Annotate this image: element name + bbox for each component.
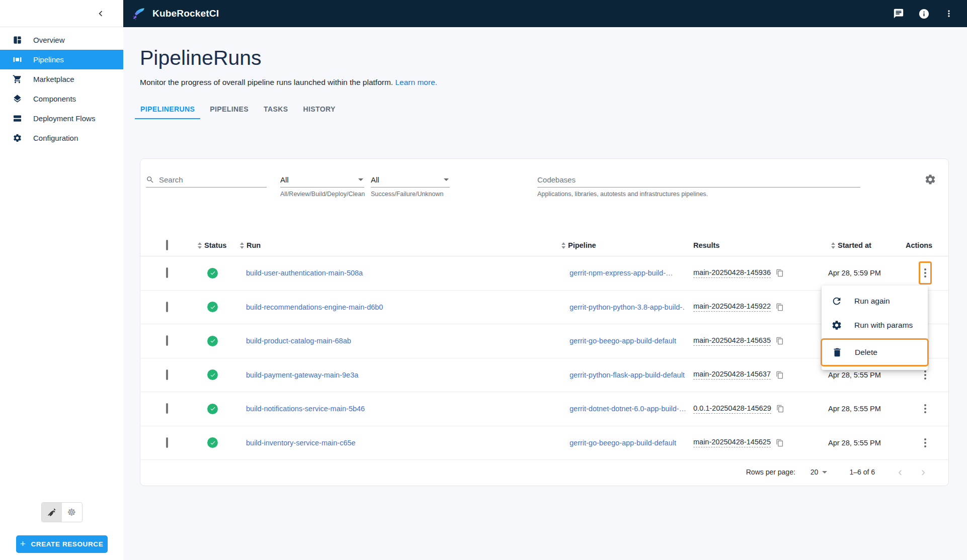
kubernetes-toggle-button[interactable]: ☸ xyxy=(62,503,82,522)
column-header-pipeline[interactable]: Pipeline xyxy=(561,241,685,249)
codebases-input[interactable] xyxy=(537,175,860,184)
next-page-icon[interactable]: › xyxy=(917,466,929,478)
run-link[interactable]: build-product-catalog-main-68ab xyxy=(246,337,351,345)
status-value: All xyxy=(371,175,444,184)
trash-icon xyxy=(832,347,843,358)
sidebar-item-overview[interactable]: Overview xyxy=(0,30,123,50)
pipeline-link[interactable]: gerrit-go-beego-app-build-default xyxy=(570,439,676,447)
pipeline-link[interactable]: gerrit-python-python-3.8-app-build-… xyxy=(570,303,685,311)
column-header-started-at[interactable]: Started at xyxy=(820,241,901,249)
status-success-icon xyxy=(207,302,218,312)
topbar-actions xyxy=(892,7,956,21)
row-checkbox[interactable] xyxy=(166,267,168,278)
info-icon[interactable] xyxy=(917,7,931,21)
chevron-down-icon xyxy=(444,178,449,181)
sidebar-item-label: Marketplace xyxy=(33,75,74,83)
create-resource-button[interactable]: + CREATE RESOURCE xyxy=(16,535,108,553)
collapse-sidebar-icon[interactable] xyxy=(95,8,106,19)
status-success-icon xyxy=(207,369,218,380)
rows-per-page-select[interactable]: 20 xyxy=(811,468,829,476)
menu-item-run-with-params[interactable]: Run with params xyxy=(822,313,928,337)
layers-icon xyxy=(12,94,22,104)
page-title: PipelineRuns xyxy=(140,46,967,70)
pipeline-link[interactable]: gerrit-npm-express-app-build-… xyxy=(570,269,673,277)
row-checkbox[interactable] xyxy=(166,437,168,448)
started-at-value: Apr 28, 5:55 PM xyxy=(820,371,901,379)
copy-icon[interactable] xyxy=(776,405,784,413)
sort-icon xyxy=(561,242,566,249)
learn-more-link[interactable]: Learn more. xyxy=(395,78,437,86)
table-row: build-notifications-service-main-5b46 ge… xyxy=(140,392,948,426)
copy-icon[interactable] xyxy=(776,439,784,447)
search-field xyxy=(146,172,267,188)
row-checkbox[interactable] xyxy=(166,335,168,346)
header-label: Run xyxy=(247,241,261,249)
sidebar-item-components[interactable]: Components xyxy=(0,89,123,109)
page-description-text: Monitor the progress of overall pipeline… xyxy=(140,78,393,86)
sidebar-item-label: Pipelines xyxy=(33,55,64,64)
sort-icon xyxy=(240,242,244,249)
copy-icon[interactable] xyxy=(776,371,784,379)
run-link[interactable]: build-recommendations-engine-main-d6b0 xyxy=(246,303,383,311)
select-all-checkbox[interactable] xyxy=(166,240,168,250)
sort-icon xyxy=(198,242,202,249)
column-header-status[interactable]: Status xyxy=(183,241,240,249)
pagination-bar: Rows per page: 20 1–6 of 6 ‹ › xyxy=(140,460,948,484)
pipeline-link[interactable]: gerrit-dotnet-dotnet-6.0-app-build-… xyxy=(570,405,685,413)
rocket-toggle-button[interactable] xyxy=(42,503,62,522)
page-description: Monitor the progress of overall pipeline… xyxy=(140,78,967,87)
tab-pipelineruns[interactable]: PIPELINERUNS xyxy=(135,102,200,119)
table-row: build-inventory-service-main-c65e gerrit… xyxy=(140,426,948,460)
sidebar-item-pipelines[interactable]: Pipelines xyxy=(0,50,123,69)
sidebar-header xyxy=(0,0,123,27)
cart-icon xyxy=(12,74,22,84)
copy-icon[interactable] xyxy=(776,303,784,311)
pipeline-type-select-control[interactable]: All xyxy=(280,172,364,188)
sidebar: Overview Pipelines Marketplace Component… xyxy=(0,0,123,560)
header-label: Pipeline xyxy=(568,241,596,249)
kebab-menu-icon[interactable] xyxy=(942,7,956,21)
header-label: Actions xyxy=(906,241,932,249)
run-link[interactable]: build-payment-gateway-main-9e3a xyxy=(246,371,358,379)
column-header-run[interactable]: Run xyxy=(240,241,561,249)
feedback-chat-icon[interactable] xyxy=(892,7,906,21)
rocket-icon xyxy=(47,507,57,517)
row-actions-kebab-icon[interactable] xyxy=(921,264,930,282)
tab-bar: PIPELINERUNS PIPELINES TASKS HISTORY xyxy=(135,102,967,119)
row-checkbox[interactable] xyxy=(166,369,168,380)
copy-icon[interactable] xyxy=(776,337,784,345)
codebases-field: Applications, libraries, autotests and i… xyxy=(537,172,860,198)
pipeline-link[interactable]: gerrit-go-beego-app-build-default xyxy=(570,337,676,345)
run-link[interactable]: build-inventory-service-main-c65e xyxy=(246,439,356,447)
status-success-icon xyxy=(207,404,218,414)
sort-icon xyxy=(831,242,835,249)
row-actions-kebab-icon[interactable] xyxy=(921,400,930,417)
sidebar-item-deployment-flows[interactable]: Deployment Flows xyxy=(0,109,123,128)
tab-tasks[interactable]: TASKS xyxy=(258,102,293,119)
tab-history[interactable]: HISTORY xyxy=(297,102,341,119)
sidebar-item-configuration[interactable]: Configuration xyxy=(0,128,123,148)
search-input[interactable] xyxy=(159,175,267,184)
menu-item-delete[interactable]: Delete xyxy=(822,340,927,365)
table-header-row: Status Run Pipeline Results xyxy=(140,235,948,256)
run-link[interactable]: build-user-authentication-main-508a xyxy=(246,269,363,277)
row-checkbox[interactable] xyxy=(166,302,168,312)
tab-pipelines[interactable]: PIPELINES xyxy=(204,102,254,119)
copy-icon[interactable] xyxy=(776,269,784,277)
sidebar-item-marketplace[interactable]: Marketplace xyxy=(0,69,123,89)
result-value: main-20250428-145637 xyxy=(693,370,771,380)
table-settings-gear-icon[interactable] xyxy=(924,173,936,188)
status-select: All Success/Failure/Unknown xyxy=(371,172,450,198)
status-select-control[interactable]: All xyxy=(371,172,450,188)
pipeline-link[interactable]: gerrit-python-flask-app-build-default xyxy=(570,371,685,379)
row-checkbox[interactable] xyxy=(166,403,168,414)
row-actions-kebab-icon[interactable] xyxy=(921,434,930,451)
previous-page-icon[interactable]: ‹ xyxy=(894,466,906,478)
codebases-helper: Applications, libraries, autotests and i… xyxy=(537,191,860,198)
run-link[interactable]: build-notifications-service-main-5b46 xyxy=(246,405,365,413)
sidebar-item-label: Overview xyxy=(33,36,65,44)
menu-item-run-again[interactable]: Run again xyxy=(822,289,928,313)
header-label: Started at xyxy=(838,241,871,249)
app-title: KubeRocketCI xyxy=(152,8,219,19)
gear-refresh-icon xyxy=(831,320,842,331)
